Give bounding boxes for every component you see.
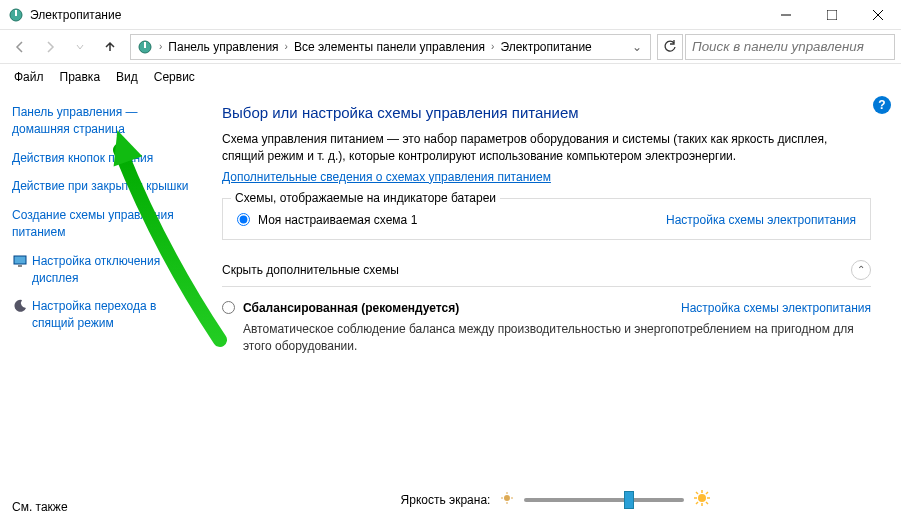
window-title: Электропитание: [30, 8, 763, 22]
info-link[interactable]: Дополнительные сведения о схемах управле…: [222, 170, 551, 184]
group-legend: Схемы, отображаемые на индикаторе батаре…: [231, 191, 500, 205]
app-icon: [8, 7, 24, 23]
address-dropdown-icon[interactable]: ⌄: [626, 40, 648, 54]
menu-edit[interactable]: Правка: [54, 68, 107, 86]
svg-rect-9: [18, 265, 22, 267]
monitor-icon: [12, 253, 28, 269]
recent-dropdown[interactable]: [66, 34, 94, 60]
sun-dim-icon: [500, 491, 514, 508]
svg-point-15: [698, 494, 706, 502]
see-also-header: См. также: [12, 499, 198, 516]
search-input[interactable]: [685, 34, 895, 60]
svg-line-22: [696, 502, 698, 504]
sidebar-create-plan[interactable]: Создание схемы управления питанием: [12, 207, 198, 241]
location-icon: [137, 39, 153, 55]
nav-bar: › Панель управления › Все элементы панел…: [0, 30, 901, 64]
page-heading: Выбор или настройка схемы управления пит…: [222, 104, 871, 121]
sidebar-home[interactable]: Панель управления — домашняя страница: [12, 104, 198, 138]
svg-rect-1: [15, 10, 17, 16]
svg-point-10: [504, 495, 510, 501]
chevron-icon: ›: [489, 41, 496, 52]
chevron-icon: ›: [157, 41, 164, 52]
battery-plans-group: Схемы, отображаемые на индикаторе батаре…: [222, 198, 871, 240]
breadcrumb-item[interactable]: Панель управления: [164, 40, 282, 54]
brightness-footer: Яркость экрана:: [210, 490, 901, 509]
chevron-icon: ›: [283, 41, 290, 52]
hide-section-row: Скрыть дополнительные схемы ⌃: [222, 260, 871, 280]
sidebar-display-off[interactable]: Настройка отключения дисплея: [12, 253, 198, 287]
maximize-button[interactable]: [809, 0, 855, 30]
page-description: Схема управления питанием — это набор па…: [222, 131, 871, 166]
back-button[interactable]: [6, 34, 34, 60]
main-panel: Выбор или настройка схемы управления пит…: [210, 90, 901, 519]
svg-line-23: [706, 492, 708, 494]
plan-radio-2[interactable]: [222, 301, 235, 314]
plan-row: Моя настраиваемая схема 1 Настройка схем…: [237, 209, 856, 231]
plan-row: Сбалансированная (рекомендуется) Настрой…: [222, 297, 871, 319]
close-button[interactable]: [855, 0, 901, 30]
moon-icon: [12, 298, 28, 314]
menu-bar: Файл Правка Вид Сервис: [0, 64, 901, 90]
up-button[interactable]: [96, 34, 124, 60]
breadcrumb-item[interactable]: Электропитание: [496, 40, 595, 54]
breadcrumb-item[interactable]: Все элементы панели управления: [290, 40, 489, 54]
svg-line-20: [696, 492, 698, 494]
sun-bright-icon: [694, 490, 710, 509]
brightness-slider[interactable]: [524, 498, 684, 502]
plan-settings-link[interactable]: Настройка схемы электропитания: [681, 301, 871, 315]
svg-line-21: [706, 502, 708, 504]
plan-name: Сбалансированная (рекомендуется): [243, 301, 673, 315]
forward-button[interactable]: [36, 34, 64, 60]
slider-thumb[interactable]: [624, 491, 634, 509]
title-bar: Электропитание: [0, 0, 901, 30]
plan-settings-link[interactable]: Настройка схемы электропитания: [666, 213, 856, 227]
menu-tools[interactable]: Сервис: [148, 68, 201, 86]
sidebar-lid-close[interactable]: Действие при закрытии крышки: [12, 178, 198, 195]
minimize-button[interactable]: [763, 0, 809, 30]
sidebar-sleep[interactable]: Настройка перехода в спящий режим: [12, 298, 198, 332]
content-area: ? Панель управления — домашняя страница …: [0, 90, 901, 519]
plan-description: Автоматическое соблюдение баланса между …: [243, 321, 871, 355]
sidebar-power-button[interactable]: Действия кнопок питания: [12, 150, 198, 167]
hide-section-label: Скрыть дополнительные схемы: [222, 263, 851, 277]
menu-view[interactable]: Вид: [110, 68, 144, 86]
menu-file[interactable]: Файл: [8, 68, 50, 86]
brightness-label: Яркость экрана:: [401, 493, 491, 507]
svg-rect-8: [14, 256, 26, 264]
sidebar: Панель управления — домашняя страница Де…: [0, 90, 210, 519]
svg-rect-3: [827, 10, 837, 20]
plan-radio-1[interactable]: [237, 213, 250, 226]
plan-name: Моя настраиваемая схема 1: [258, 213, 658, 227]
svg-rect-7: [144, 42, 146, 48]
address-bar[interactable]: › Панель управления › Все элементы панел…: [130, 34, 651, 60]
collapse-icon[interactable]: ⌃: [851, 260, 871, 280]
refresh-button[interactable]: [657, 34, 683, 60]
